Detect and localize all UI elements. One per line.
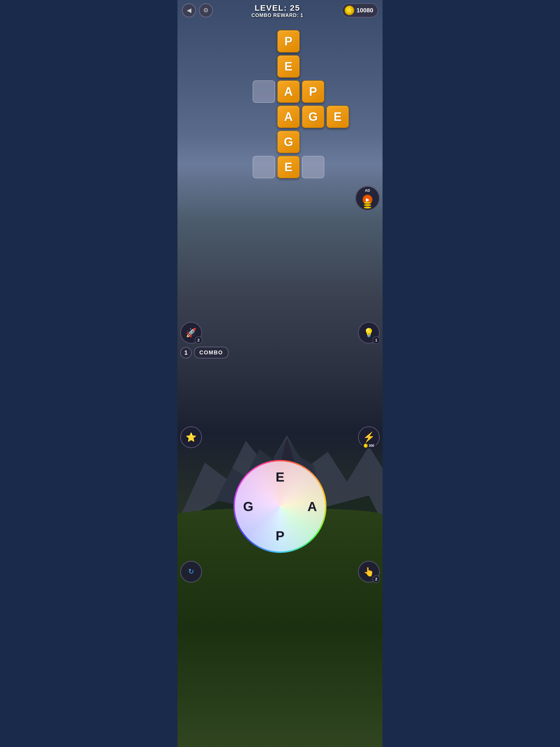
refresh-button[interactable]: ↻ — [180, 561, 202, 583]
ad-button-container: AD ▶ — [355, 186, 380, 210]
combo-reward-label: COMBO REWARD: 1 — [251, 12, 303, 18]
coins-value: 10080 — [357, 7, 373, 14]
hand-button-container: 👆 2 — [358, 561, 380, 583]
star-button[interactable]: ⭐ — [180, 426, 202, 448]
rocket-button[interactable]: 🚀 2 — [180, 322, 202, 344]
coin-icon: ⭐ — [345, 5, 354, 15]
ad-button[interactable]: AD ▶ — [355, 186, 380, 210]
combo-number: 1 — [180, 347, 192, 358]
rocket-icon: 🚀 — [186, 328, 197, 338]
hand-icon: 👆 — [363, 567, 374, 577]
lightning-badge-value: 300 — [368, 444, 374, 447]
tile-G-5: G — [277, 131, 300, 153]
tile-E-4: E — [327, 106, 349, 128]
lightning-badge: ⭐ 300 — [362, 443, 376, 448]
tile-A-3: A — [277, 80, 300, 103]
letter-circle-container[interactable]: E G A P — [233, 460, 327, 553]
game-container: ◀ ⚙ LEVEL: 25 COMBO REWARD: 1 ⭐ 10080 P … — [177, 0, 383, 747]
refresh-button-container: ↻ — [180, 561, 202, 583]
lightbulb-badge: 1 — [373, 336, 380, 344]
star-icon: ⭐ — [186, 432, 197, 442]
header-left-buttons: ◀ ⚙ — [182, 3, 213, 18]
circle-letter-left: G — [243, 499, 253, 514]
hand-button[interactable]: 👆 2 — [358, 561, 380, 583]
level-title: LEVEL: 25 — [251, 3, 303, 12]
tile-E-2: E — [277, 55, 300, 78]
lightning-icon: ⚡ — [363, 432, 375, 443]
circle-letter-right: A — [307, 499, 317, 514]
lightning-button[interactable]: ⚡ ⭐ 300 — [358, 426, 380, 448]
settings-button[interactable]: ⚙ — [199, 3, 213, 18]
crossword-grid: P E A P A G E G E — [212, 30, 348, 172]
tile-P-1: P — [277, 30, 300, 52]
hand-badge: 2 — [373, 575, 380, 583]
header-center: LEVEL: 25 COMBO REWARD: 1 — [251, 3, 303, 18]
tile-E-6: E — [277, 156, 300, 178]
lightning-coin-icon: ⭐ — [363, 443, 368, 448]
circle-letter-top: E — [276, 469, 284, 485]
circle-letter-bottom: P — [276, 528, 284, 543]
combo-indicator: 1 COMBO — [180, 347, 229, 358]
back-icon: ◀ — [187, 7, 192, 14]
star-button-container: ⭐ — [180, 426, 202, 448]
tile-A-4: A — [277, 106, 300, 128]
rocket-badge: 2 — [195, 336, 202, 344]
tile-G-4: G — [302, 106, 324, 128]
lightbulb-button-container: 💡 1 — [358, 322, 380, 344]
settings-icon: ⚙ — [203, 7, 209, 14]
back-button[interactable]: ◀ — [182, 3, 196, 18]
refresh-icon: ↻ — [188, 567, 194, 576]
lightbulb-button[interactable]: 💡 1 — [358, 322, 380, 344]
coins-badge: ⭐ 10080 — [342, 3, 378, 18]
lightbulb-icon: 💡 — [363, 328, 374, 338]
rocket-button-container: 🚀 2 — [180, 322, 202, 344]
coin-stack — [364, 202, 371, 209]
tile-P-3: P — [302, 80, 324, 103]
tile-empty-3-3 — [253, 80, 275, 103]
tile-empty-6-5 — [302, 156, 324, 178]
letter-circle[interactable]: E G A P — [233, 460, 327, 553]
header: ◀ ⚙ LEVEL: 25 COMBO REWARD: 1 ⭐ 10080 — [177, 0, 383, 22]
combo-label: COMBO — [194, 347, 229, 358]
ad-label: AD — [365, 188, 370, 192]
lightning-button-container: ⚡ ⭐ 300 — [358, 426, 380, 448]
tile-empty-6-3 — [253, 156, 275, 178]
